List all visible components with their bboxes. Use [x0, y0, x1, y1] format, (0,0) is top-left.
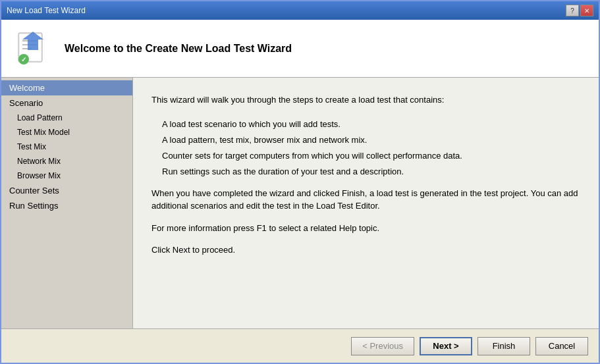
content-area: This wizard will walk you through the st…: [133, 78, 599, 328]
list-item-4: Run settings such as the duration of you…: [162, 165, 580, 179]
sidebar-item-test-mix-model[interactable]: Test Mix Model: [1, 125, 132, 140]
window-title: New Load Test Wizard: [7, 6, 86, 15]
cancel-button[interactable]: Cancel: [535, 337, 588, 355]
sidebar-item-counter-sets[interactable]: Counter Sets: [1, 183, 132, 198]
content-para-1: When you have completed the wizard and c…: [151, 187, 580, 213]
content-intro: This wizard will walk you through the st…: [151, 93, 580, 107]
close-button[interactable]: ✕: [580, 5, 593, 16]
content-para-3: Click Next to proceed.: [151, 244, 580, 257]
help-button[interactable]: ?: [566, 5, 579, 16]
window-controls: ? ✕: [566, 5, 593, 16]
list-item-1: A load test scenario to which you will a…: [162, 117, 580, 132]
sidebar-item-run-settings[interactable]: Run Settings: [1, 198, 132, 213]
footer: < Previous Next > Finish Cancel: [1, 328, 599, 363]
sidebar-item-network-mix[interactable]: Network Mix: [1, 154, 132, 169]
sidebar: Welcome Scenario Load Pattern Test Mix M…: [1, 78, 133, 328]
sidebar-item-scenario[interactable]: Scenario: [1, 95, 132, 111]
header-title: Welcome to the Create New Load Test Wiza…: [65, 43, 292, 55]
content-list: A load test scenario to which you will a…: [162, 117, 580, 179]
list-item-2: A load pattern, test mix, browser mix an…: [162, 133, 580, 147]
wizard-window: New Load Test Wizard ? ✕ ✓ Welcom: [0, 0, 600, 364]
list-item-3: Counter sets for target computers from w…: [162, 149, 580, 163]
sidebar-item-welcome[interactable]: Welcome: [1, 80, 132, 95]
content-para-2: For more information press F1 to select …: [151, 222, 580, 235]
wizard-icon: ✓: [12, 28, 54, 70]
title-bar: New Load Test Wizard ? ✕: [1, 1, 599, 20]
sidebar-item-test-mix[interactable]: Test Mix: [1, 140, 132, 154]
header-band: ✓ Welcome to the Create New Load Test Wi…: [1, 20, 599, 78]
next-button[interactable]: Next >: [420, 337, 472, 355]
sidebar-item-browser-mix[interactable]: Browser Mix: [1, 169, 132, 183]
previous-button[interactable]: < Previous: [351, 337, 414, 355]
sidebar-item-load-pattern[interactable]: Load Pattern: [1, 111, 132, 125]
svg-text:✓: ✓: [21, 56, 26, 63]
main-area: Welcome Scenario Load Pattern Test Mix M…: [1, 78, 599, 328]
finish-button[interactable]: Finish: [477, 337, 530, 355]
